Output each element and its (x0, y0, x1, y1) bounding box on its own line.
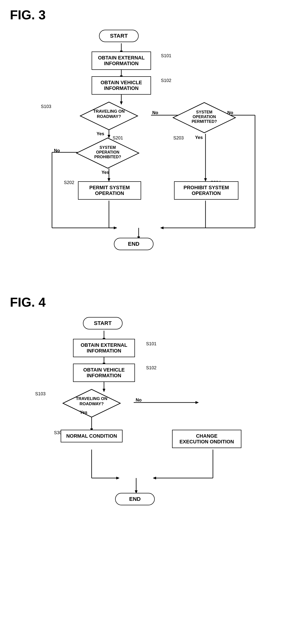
fig4-diamond1: TRAVELING ON ROADWAY? (62, 388, 121, 419)
fig3-no2: No (54, 148, 60, 153)
fig3-yes3: Yes (195, 135, 203, 140)
fig4-change-rect: CHANGEEXECUTION ONDITION (172, 430, 241, 448)
fig3-diamond1: TRAVELING ON ROADWAY? (79, 101, 139, 132)
fig3-s202-label: S202 (64, 180, 74, 185)
svg-text:PROHIBITED?: PROHIBITED? (94, 155, 121, 159)
fig3-s103-label: S103 (41, 104, 51, 109)
svg-text:SYSTEM: SYSTEM (196, 110, 212, 114)
svg-marker-47 (196, 401, 199, 404)
fig4-no1: No (136, 398, 142, 403)
svg-text:PERMITTED?: PERMITTED? (192, 120, 217, 124)
fig4-s101-label: S101 (146, 341, 156, 346)
fig3-prohibit-rect: PROHIBIT SYSTEMOPERATION (174, 181, 238, 200)
fig3-arrows (17, 27, 290, 280)
svg-text:TRAVELING ON: TRAVELING ON (93, 109, 125, 114)
svg-marker-53 (153, 477, 156, 479)
svg-text:OPERATION: OPERATION (96, 150, 119, 154)
fig4-s103-label: S103 (35, 391, 45, 396)
fig3-s102-label: S102 (161, 78, 171, 83)
fig4-section: FIG. 4 (10, 295, 297, 538)
fig3-yes2: Yes (101, 170, 109, 175)
fig3-s101-rect: OBTAIN EXTERNALINFORMATION (92, 52, 151, 70)
fig4-end: END (115, 493, 155, 505)
fig3-flowchart: START S101 OBTAIN EXTERNALINFORMATION S1… (17, 27, 290, 280)
svg-text:TRAVELING ON: TRAVELING ON (76, 396, 107, 401)
fig4-label: FIG. 4 (10, 295, 297, 310)
fig3-label: FIG. 3 (10, 8, 297, 22)
fig4-flowchart: START S101 OBTAIN EXTERNALINFORMATION S1… (17, 314, 290, 538)
svg-marker-21 (160, 227, 163, 229)
fig3-yes1: Yes (97, 131, 104, 136)
svg-text:ROADWAY?: ROADWAY? (79, 402, 104, 406)
fig4-start: START (83, 317, 123, 330)
fig4-s102-label: S102 (146, 365, 156, 370)
fig3-diamond2: SYSTEM OPERATION PROHIBITED? (75, 137, 140, 170)
svg-marker-50 (116, 477, 119, 479)
fig3-diamond3: SYSTEM OPERATION PERMITTED? (172, 102, 237, 135)
fig3-permit-rect: PERMIT SYSTEMOPERATION (78, 181, 141, 200)
fig4-yes1: Yes (80, 410, 87, 415)
fig3-s203-label: S203 (173, 136, 184, 141)
fig4-normal-rect: NORMAL CONDITION (61, 430, 123, 442)
fig3-section: FIG. 3 (10, 8, 297, 280)
fig3-no3: No (227, 110, 233, 116)
fig3-no1: No (152, 110, 158, 116)
svg-marker-13 (114, 227, 117, 229)
svg-text:OPERATION: OPERATION (193, 115, 216, 119)
svg-text:ROADWAY?: ROADWAY? (97, 114, 121, 119)
fig4-s102-rect: OBTAIN VEHICLEINFORMATION (73, 364, 135, 382)
fig3-s102-rect: OBTAIN VEHICLEINFORMATION (92, 76, 151, 94)
fig3-start: START (99, 30, 139, 42)
fig3-s101-label: S101 (161, 53, 171, 58)
svg-marker-15 (108, 178, 110, 181)
svg-text:SYSTEM: SYSTEM (99, 146, 116, 150)
fig4-s101-rect: OBTAIN EXTERNALINFORMATION (73, 339, 135, 357)
svg-marker-23 (204, 178, 207, 181)
fig3-end: END (114, 238, 153, 250)
